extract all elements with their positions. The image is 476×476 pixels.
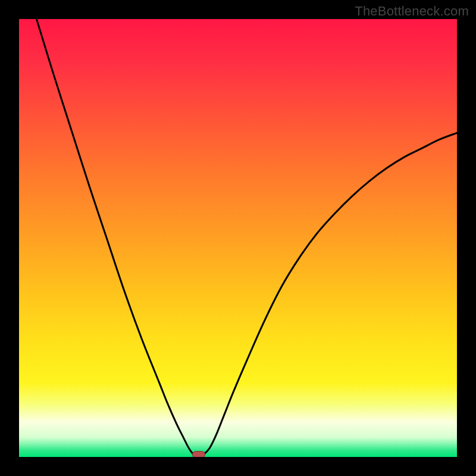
minimum-point-marker bbox=[192, 451, 205, 457]
curve-right-branch bbox=[203, 133, 457, 455]
bottleneck-curve bbox=[19, 19, 457, 457]
curve-left-branch bbox=[36, 19, 194, 455]
chart-frame: TheBottleneck.com bbox=[0, 0, 476, 476]
watermark-text: TheBottleneck.com bbox=[355, 4, 469, 19]
plot-area bbox=[19, 19, 457, 457]
